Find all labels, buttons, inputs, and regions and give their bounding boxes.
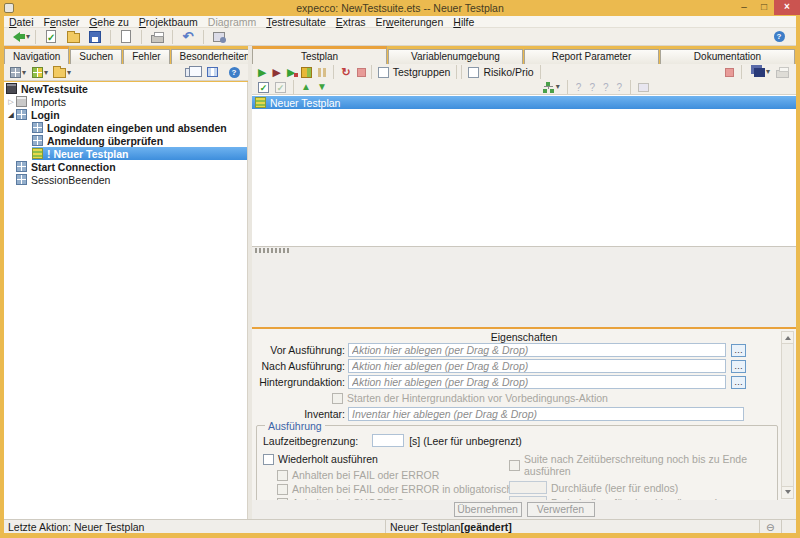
tree-item-label: Anmeldung überprüfen — [47, 135, 163, 147]
project-tree: NewTestsuite ▷ Imports ◢ Login Logindate… — [4, 82, 248, 519]
tree-item-logindaten[interactable]: Logindaten eingeben und absenden — [4, 121, 247, 134]
tab-report-parameter[interactable]: Report Parameter — [524, 49, 659, 64]
pause-button — [318, 68, 326, 77]
inventar-field[interactable] — [348, 407, 744, 421]
nach-ausfuehrung-browse-button[interactable]: … — [731, 360, 746, 373]
wiederholt-ausfuehren-label: Wiederholt ausführen — [278, 453, 378, 465]
new-folder-button[interactable]: ▾ — [52, 64, 72, 80]
chevron-down-icon[interactable]: ▾ — [44, 68, 48, 77]
save-view-button[interactable] — [202, 64, 222, 80]
tab-variablenumgebung[interactable]: Variablenumgebung — [388, 49, 523, 64]
chevron-down-icon[interactable]: ▾ — [556, 81, 560, 93]
menu-gehe-zu[interactable]: Gehe zu — [84, 16, 134, 28]
anhalten-fail-oblig-checkbox — [277, 484, 288, 495]
settings-button[interactable] — [209, 29, 229, 45]
menu-erweiterungen[interactable]: Erweiterungen — [371, 16, 449, 28]
undo-arrow-icon: ↶ — [183, 32, 194, 42]
tree-item-newtestsuite[interactable]: NewTestsuite — [4, 82, 247, 95]
chevron-down-icon[interactable]: ▾ — [26, 32, 30, 41]
tree-item-neuer-testplan[interactable]: ! Neuer Testplan — [4, 147, 247, 160]
stop-icon — [357, 68, 366, 77]
close-button[interactable]: × — [774, 0, 800, 15]
expander-collapsed-icon[interactable]: ▷ — [6, 98, 16, 106]
uebernehmen-button[interactable]: Übernehmen — [454, 502, 522, 517]
tab-testplan[interactable]: Testplan — [252, 46, 387, 64]
chevron-down-icon[interactable]: ▾ — [22, 68, 26, 77]
report-format-button[interactable]: ▾ — [749, 66, 770, 78]
help-icon: ? — [229, 67, 240, 78]
help-button[interactable]: ? — [769, 29, 789, 45]
vor-ausfuehrung-field[interactable] — [348, 343, 726, 357]
verwerfen-button[interactable]: Verwerfen — [527, 502, 595, 517]
chevron-down-icon[interactable]: ▾ — [67, 68, 71, 77]
wiederholt-ausfuehren-checkbox[interactable] — [263, 454, 274, 465]
new-document-button[interactable] — [116, 29, 136, 45]
testgruppen-checkbox[interactable] — [378, 67, 389, 78]
accept-document-button[interactable] — [41, 29, 61, 45]
properties-scrollbar[interactable] — [781, 331, 794, 499]
open-folder-icon — [67, 33, 80, 43]
history-back-button[interactable]: ▾ — [8, 29, 30, 45]
move-up-button[interactable]: ▲ — [301, 81, 311, 93]
menu-fenster[interactable]: Fenster — [39, 16, 85, 28]
hintergrundaktion-field[interactable] — [348, 375, 726, 389]
menu-datei[interactable]: Datei — [4, 16, 39, 28]
duplicate-view-button[interactable] — [180, 64, 200, 80]
menu-extras[interactable]: Extras — [331, 16, 371, 28]
tree-item-anmeldung[interactable]: Anmeldung überprüfen — [4, 134, 247, 147]
layout-icon — [207, 67, 218, 77]
status-bar: Letzte Aktion: Neuer Testplan Neuer Test… — [4, 519, 796, 533]
collapsed-pane-handle[interactable] — [255, 248, 289, 253]
layers-icon — [754, 68, 765, 77]
connection-menu-button[interactable]: ▾ — [542, 81, 560, 93]
laufzeitbegrenzung-label: Laufzeitbegrenzung: — [263, 435, 358, 447]
query-state-button-3: ? — [599, 82, 613, 93]
scroll-up-button[interactable] — [782, 332, 793, 344]
tab-dokumentation[interactable]: Dokumentation — [660, 49, 795, 64]
testgruppen-label: Testgruppen — [393, 66, 451, 78]
block-icon — [32, 135, 43, 146]
menu-projektbaum[interactable]: Projektbaum — [134, 16, 203, 28]
save-button[interactable] — [85, 29, 105, 45]
maximize-button[interactable]: □ — [754, 0, 774, 15]
tab-fehler[interactable]: Fehler — [123, 49, 169, 64]
pause-icon — [318, 68, 326, 77]
scroll-down-button[interactable] — [782, 486, 793, 498]
print-button[interactable] — [147, 29, 167, 45]
move-down-button[interactable]: ▼ — [317, 81, 327, 93]
run-selected-button[interactable]: ▶ — [287, 66, 295, 78]
tree-item-imports[interactable]: ▷ Imports — [4, 95, 247, 108]
tree-help-button[interactable]: ? — [224, 64, 244, 80]
tree-item-start-connection[interactable]: Start Connection — [4, 160, 247, 173]
hintergrundaktion-browse-button[interactable]: … — [731, 376, 746, 389]
tab-besonderheiten[interactable]: Besonderheiten — [171, 49, 259, 64]
status-modified-badge: [geändert] — [460, 521, 511, 533]
check-all-button[interactable]: ✓ — [258, 82, 269, 93]
nach-ausfuehrung-field[interactable] — [348, 359, 726, 373]
status-spare-cell — [782, 520, 796, 533]
tree-item-login[interactable]: ◢ Login — [4, 108, 247, 121]
new-action-button[interactable]: ▾ — [8, 64, 28, 80]
tab-suchen[interactable]: Suchen — [70, 49, 122, 64]
menu-testresultate[interactable]: Testresultate — [261, 16, 331, 28]
run-button[interactable]: ▶ — [258, 66, 266, 78]
risiko-prio-checkbox[interactable] — [468, 67, 479, 78]
testplan-row-selected[interactable]: Neuer Testplan — [252, 96, 796, 109]
new-testcase-button[interactable]: ▾ — [30, 64, 50, 80]
stop-secondary-button — [725, 68, 734, 77]
undo-button[interactable]: ↶ — [178, 29, 198, 45]
laufzeitbegrenzung-input[interactable] — [372, 434, 404, 447]
tree-item-sessionbeenden[interactable]: SessionBeenden — [4, 173, 247, 186]
ausfuehrung-group-label: Ausführung — [265, 420, 325, 432]
run-group-button[interactable] — [301, 67, 312, 78]
expander-expanded-icon[interactable]: ◢ — [6, 111, 16, 119]
open-button[interactable] — [63, 29, 83, 45]
run-debug-button[interactable]: ▶ — [272, 66, 280, 78]
menu-hilfe[interactable]: Hilfe — [448, 16, 479, 28]
rerun-failed-button[interactable]: ↻ — [341, 66, 350, 78]
vor-ausfuehrung-browse-button[interactable]: … — [731, 344, 746, 357]
tab-navigation[interactable]: Navigation — [4, 46, 69, 64]
minimize-button[interactable]: – — [734, 0, 754, 15]
hintergrund-vor-vorbedingung-label: Starten der Hintergrundaktion vor Vorbed… — [347, 392, 608, 404]
chevron-down-icon[interactable]: ▾ — [766, 66, 770, 78]
